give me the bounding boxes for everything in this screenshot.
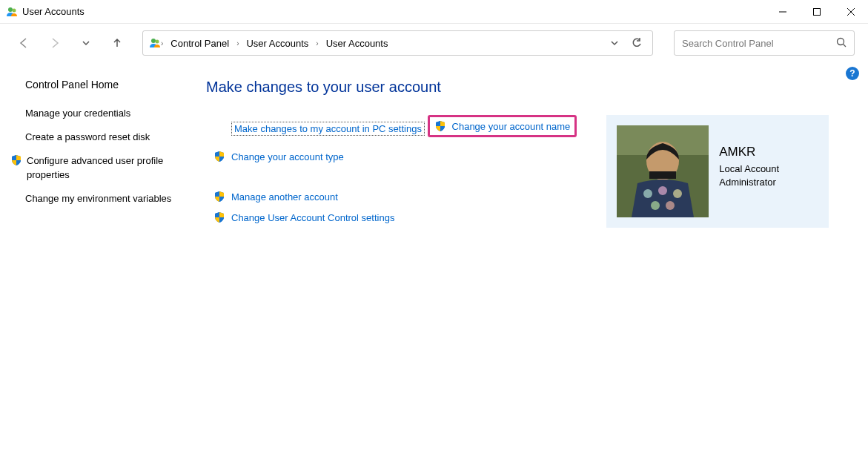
svg-point-13 [658, 186, 667, 195]
account-name: AMKR [719, 145, 779, 159]
svg-point-6 [838, 38, 844, 45]
svg-line-7 [844, 44, 847, 47]
forward-button[interactable] [44, 33, 65, 53]
address-bar[interactable]: › Control Panel › User Accounts › User A… [142, 30, 653, 56]
sidebar: Control Panel Home Manage your credentia… [0, 62, 193, 231]
window-title: User Accounts [22, 6, 85, 17]
minimize-button[interactable] [766, 0, 800, 24]
pc-settings-link[interactable]: Make changes to my account in PC setting… [231, 122, 425, 136]
page-heading: Make changes to your user account [206, 79, 853, 96]
user-accounts-icon [149, 37, 161, 49]
refresh-button[interactable] [626, 32, 648, 54]
svg-rect-3 [814, 8, 821, 15]
svg-point-15 [651, 201, 660, 210]
main-panel: Make changes to your user account Make c… [193, 62, 868, 231]
sidebar-item-env-vars[interactable]: Change my environment variables [25, 192, 182, 205]
svg-point-16 [666, 201, 675, 210]
breadcrumb: › Control Panel › User Accounts › User A… [161, 36, 603, 50]
titlebar: User Accounts [0, 0, 868, 24]
change-account-type-link[interactable]: Change your account type [213, 149, 577, 164]
search-box[interactable] [674, 30, 855, 56]
account-info: AMKR Local Account Administrator [719, 125, 779, 189]
control-panel-home-link[interactable]: Control Panel Home [25, 79, 182, 91]
account-card: AMKR Local Account Administrator [606, 115, 829, 228]
shield-icon [213, 151, 225, 162]
svg-rect-11 [649, 171, 676, 179]
change-uac-settings-link[interactable]: Change User Account Control settings [213, 210, 577, 225]
content-area: ? Control Panel Home Manage your credent… [0, 62, 868, 231]
breadcrumb-root[interactable]: Control Panel [168, 36, 232, 50]
svg-point-14 [673, 189, 682, 198]
search-icon[interactable] [836, 37, 847, 50]
chevron-right-icon: › [236, 39, 239, 47]
user-accounts-icon [6, 6, 18, 18]
address-dropdown-button[interactable] [603, 32, 626, 54]
up-button[interactable] [107, 33, 127, 53]
avatar [617, 125, 709, 217]
toolbar: › Control Panel › User Accounts › User A… [0, 24, 868, 62]
svg-point-12 [643, 189, 652, 198]
close-button[interactable] [834, 0, 868, 24]
recent-locations-button[interactable] [76, 33, 96, 53]
sidebar-item-advanced-profile[interactable]: Configure advanced user profile properti… [10, 154, 182, 181]
back-button[interactable] [13, 33, 34, 53]
account-role: Administrator [719, 176, 779, 189]
sidebar-item-password-reset[interactable]: Create a password reset disk [25, 131, 182, 144]
sidebar-item-credentials[interactable]: Manage your credentials [25, 107, 182, 120]
shield-icon [213, 191, 225, 203]
account-type: Local Account [719, 162, 779, 176]
shield-icon [10, 154, 22, 166]
shield-icon [434, 120, 446, 132]
manage-another-account-link[interactable]: Manage another account [213, 189, 577, 204]
chevron-right-icon: › [161, 39, 163, 47]
help-icon[interactable]: ? [846, 67, 859, 80]
breadcrumb-level2[interactable]: User Accounts [323, 36, 391, 50]
search-input[interactable] [682, 38, 836, 49]
chevron-right-icon: › [316, 39, 318, 47]
maximize-button[interactable] [800, 0, 834, 24]
shield-icon [213, 211, 225, 223]
change-account-name-link[interactable]: Change your account name [428, 115, 577, 137]
action-links: Make changes to my account in PC setting… [206, 115, 577, 231]
breadcrumb-level1[interactable]: User Accounts [243, 36, 311, 50]
